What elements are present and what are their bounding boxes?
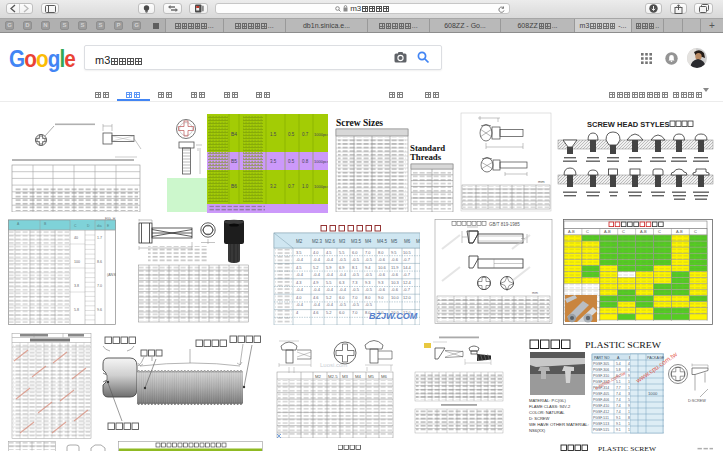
svg-text:-0.4: -0.4 <box>326 272 334 277</box>
svg-text:9.6: 9.6 <box>97 308 102 312</box>
svg-text:100: 100 <box>74 260 80 264</box>
svg-text:M2: M2 <box>296 239 303 244</box>
svg-text:8.6: 8.6 <box>97 260 102 264</box>
svg-text:M6: M6 <box>381 374 388 379</box>
svg-text:9.0: 9.0 <box>378 295 384 300</box>
svg-text:4.0: 4.0 <box>296 295 302 300</box>
svg-text:-0.4: -0.4 <box>326 257 334 262</box>
svg-text:1000pcs: 1000pcs <box>314 184 328 189</box>
svg-text:-0.5: -0.5 <box>352 257 360 262</box>
svg-text:M4: M4 <box>355 374 362 379</box>
svg-text:10.5: 10.5 <box>403 250 412 255</box>
svg-text:PGSF-515: PGSF-515 <box>593 428 609 432</box>
svg-text:-0.6: -0.6 <box>391 272 399 277</box>
svg-text:NS6(XX): NS6(XX) <box>529 428 546 433</box>
svg-text:M3: M3 <box>339 239 346 244</box>
svg-text:8.1: 8.1 <box>352 265 358 270</box>
svg-text:4.9: 4.9 <box>313 280 319 285</box>
svg-text:10.3: 10.3 <box>391 280 400 285</box>
svg-text:4.3: 4.3 <box>296 280 302 285</box>
svg-text:7.3: 7.3 <box>352 280 358 285</box>
svg-text:9.1: 9.1 <box>616 422 621 426</box>
svg-text:PGSF-511: PGSF-511 <box>593 416 609 420</box>
svg-text:9.1: 9.1 <box>616 428 621 432</box>
svg-text:5.8: 5.8 <box>74 308 79 312</box>
svg-text:C: C <box>694 229 697 234</box>
svg-text:Threads: Threads <box>410 152 442 162</box>
svg-text:6.0: 6.0 <box>339 295 345 300</box>
svg-text:-0.5: -0.5 <box>339 302 347 307</box>
svg-text:7.0: 7.0 <box>352 310 358 315</box>
svg-text:(ANSI): (ANSI) <box>107 273 116 277</box>
svg-text:12.0: 12.0 <box>403 295 412 300</box>
svg-text:BZJW.COM: BZJW.COM <box>369 311 418 321</box>
svg-text:1000pcs: 1000pcs <box>314 159 328 164</box>
svg-text:A-B: A-B <box>604 229 611 234</box>
svg-text:9.3: 9.3 <box>365 280 371 285</box>
svg-text:8.0: 8.0 <box>378 250 384 255</box>
svg-text:-0.4: -0.4 <box>313 302 321 307</box>
svg-text:PGSF-405: PGSF-405 <box>593 392 609 396</box>
svg-text:9.1: 9.1 <box>616 416 621 420</box>
svg-text:dia: dia <box>97 224 102 228</box>
svg-text:4.6: 4.6 <box>313 295 319 300</box>
svg-text:5.1: 5.1 <box>616 380 621 384</box>
svg-text:M5: M5 <box>391 239 398 244</box>
svg-text:6.0: 6.0 <box>352 250 358 255</box>
svg-text:PGSF-310: PGSF-310 <box>593 374 609 378</box>
svg-text:-0.5: -0.5 <box>352 302 360 307</box>
svg-text:PGSF-513: PGSF-513 <box>593 422 609 426</box>
svg-text:WE HAVE OTHER MATERIAL:: WE HAVE OTHER MATERIAL: <box>529 422 589 427</box>
svg-text:0.7: 0.7 <box>288 184 295 189</box>
svg-text:7.0: 7.0 <box>352 295 358 300</box>
svg-text:-0.6: -0.6 <box>391 257 399 262</box>
svg-text:0.7: 0.7 <box>302 132 309 137</box>
svg-text:1000pcs: 1000pcs <box>314 132 328 137</box>
svg-text:-0.4: -0.4 <box>326 302 334 307</box>
svg-text:COLOR: NATURAL: COLOR: NATURAL <box>529 410 565 415</box>
svg-text:8.0: 8.0 <box>365 295 371 300</box>
svg-text:4.0: 4.0 <box>313 250 319 255</box>
svg-text:-0.4: -0.4 <box>296 287 304 292</box>
svg-text:9.3: 9.3 <box>378 280 384 285</box>
svg-text:0.8: 0.8 <box>302 159 309 164</box>
svg-text:-0.7: -0.7 <box>403 272 411 277</box>
svg-text:-0.5: -0.5 <box>365 287 373 292</box>
svg-text:4.5: 4.5 <box>296 265 302 270</box>
svg-text:9.5: 9.5 <box>391 250 397 255</box>
svg-text:C: C <box>658 229 661 234</box>
svg-text:M5: M5 <box>368 374 375 379</box>
svg-text:-0.6: -0.6 <box>378 257 386 262</box>
svg-text:-0.7: -0.7 <box>403 287 411 292</box>
svg-text:-0.4: -0.4 <box>313 287 321 292</box>
svg-text:M9: M9 <box>416 239 420 244</box>
svg-text:M2.6: M2.6 <box>325 239 336 244</box>
svg-text:6.0: 6.0 <box>339 310 345 315</box>
svg-text:7.0: 7.0 <box>365 250 371 255</box>
svg-text:M2: M2 <box>315 374 322 379</box>
svg-text:6.3: 6.3 <box>339 280 345 285</box>
svg-text:3.2: 3.2 <box>270 184 277 189</box>
svg-text:5.9: 5.9 <box>326 265 332 270</box>
svg-text:M6: M6 <box>404 239 411 244</box>
svg-text:7.0: 7.0 <box>97 284 102 288</box>
svg-text:4: 4 <box>296 310 299 315</box>
svg-text:14.4: 14.4 <box>403 265 412 270</box>
svg-text:M4.5: M4.5 <box>377 239 388 244</box>
svg-text:-0.5: -0.5 <box>339 257 347 262</box>
svg-text:-0.4: -0.4 <box>296 302 304 307</box>
svg-text:A-B: A-B <box>640 229 647 234</box>
svg-text:7.7: 7.7 <box>616 386 621 390</box>
svg-text:40: 40 <box>74 236 78 240</box>
svg-text:-0.5: -0.5 <box>365 302 373 307</box>
svg-text:SCREW HEAD STYLES: SCREW HEAD STYLES <box>587 120 670 129</box>
svg-text:3.5: 3.5 <box>270 159 277 164</box>
svg-text:B4: B4 <box>231 131 237 137</box>
svg-text:PGSF-305: PGSF-305 <box>593 362 609 366</box>
svg-text:-0.5: -0.5 <box>352 287 360 292</box>
svg-text:A-B: A-B <box>676 229 683 234</box>
svg-text:5.2: 5.2 <box>326 310 332 315</box>
svg-text:-0.4: -0.4 <box>296 257 304 262</box>
svg-text:-0.4: -0.4 <box>326 287 334 292</box>
svg-text:12.4: 12.4 <box>403 280 412 285</box>
